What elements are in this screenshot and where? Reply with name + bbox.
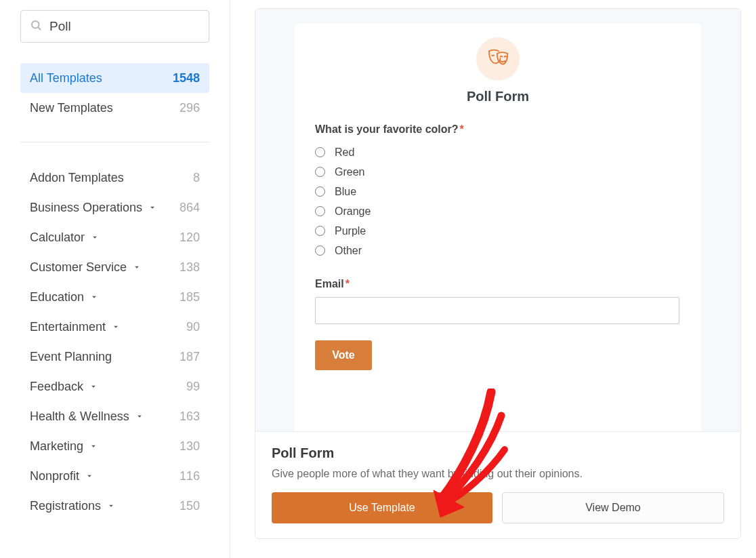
sidebar-category-item[interactable]: Entertainment90 xyxy=(20,312,209,342)
theater-masks-icon xyxy=(485,45,511,73)
sidebar-item-label: Nonprofit xyxy=(30,469,79,483)
sidebar-item-count: 116 xyxy=(180,469,200,483)
sidebar-category-item[interactable]: Feedback99 xyxy=(20,372,209,401)
sidebar-item-label: Feedback xyxy=(30,380,83,394)
sidebar-item-label: Health & Wellness xyxy=(30,410,129,424)
sidebar-category-item[interactable]: Registrations150 xyxy=(20,491,209,521)
chevron-down-icon xyxy=(90,233,100,242)
option-label: Purple xyxy=(335,225,366,237)
sidebar-item-count: 1548 xyxy=(173,71,200,85)
sidebar-top-item[interactable]: New Templates296 xyxy=(20,93,209,123)
sidebar-item-count: 8 xyxy=(193,171,200,185)
chevron-down-icon xyxy=(135,412,144,421)
sidebar-item-count: 296 xyxy=(180,101,200,115)
email-field[interactable] xyxy=(315,297,679,324)
sidebar-category-list: Addon Templates8Business Operations864Ca… xyxy=(20,163,209,521)
footer-buttons: Use Template View Demo xyxy=(272,492,724,523)
sidebar-item-label: Education xyxy=(30,290,84,304)
sidebar: All Templates1548New Templates296 Addon … xyxy=(0,0,230,558)
sidebar-category-item[interactable]: Marketing130 xyxy=(20,431,209,461)
chevron-down-icon xyxy=(89,382,98,391)
option-row[interactable]: Red xyxy=(315,142,681,162)
option-radio[interactable] xyxy=(315,147,325,157)
search-icon xyxy=(30,19,42,34)
sidebar-item-count: 120 xyxy=(180,231,200,245)
sidebar-category-item[interactable]: Event Planning187 xyxy=(20,342,209,372)
sidebar-category-item[interactable]: Addon Templates8 xyxy=(20,163,209,193)
footer-title: Poll Form xyxy=(272,445,724,461)
chevron-down-icon xyxy=(111,322,121,332)
vote-button[interactable]: Vote xyxy=(315,340,372,370)
sidebar-divider xyxy=(20,142,209,142)
option-radio[interactable] xyxy=(315,226,325,236)
sidebar-category-item[interactable]: Health & Wellness163 xyxy=(20,401,209,431)
sidebar-top-list: All Templates1548New Templates296 xyxy=(20,63,209,123)
chevron-down-icon xyxy=(106,501,116,511)
sidebar-category-item[interactable]: Calculator120 xyxy=(20,222,209,252)
form-panel: Poll Form What is your favorite color?* … xyxy=(295,24,701,431)
sidebar-category-item[interactable]: Customer Service138 xyxy=(20,252,209,282)
sidebar-category-item[interactable]: Education185 xyxy=(20,282,209,312)
required-asterisk: * xyxy=(460,123,464,135)
sidebar-item-label: New Templates xyxy=(30,101,113,115)
sidebar-item-count: 187 xyxy=(180,350,200,364)
option-label: Red xyxy=(335,146,354,159)
sidebar-item-count: 864 xyxy=(180,201,200,215)
sidebar-top-item[interactable]: All Templates1548 xyxy=(20,63,209,93)
sidebar-item-label: Calculator xyxy=(30,231,85,245)
sidebar-item-label: Marketing xyxy=(30,439,83,454)
option-row[interactable]: Orange xyxy=(315,201,681,221)
chevron-down-icon xyxy=(89,292,99,302)
sidebar-item-label: Customer Service xyxy=(30,260,127,275)
sidebar-item-count: 138 xyxy=(180,260,200,275)
form-title: Poll Form xyxy=(315,89,681,104)
sidebar-item-label: Business Operations xyxy=(30,201,142,215)
sidebar-item-label: Registrations xyxy=(30,499,101,513)
sidebar-item-label: Event Planning xyxy=(30,350,112,364)
sidebar-item-label: Entertainment xyxy=(30,320,106,334)
chevron-down-icon xyxy=(85,471,94,481)
option-row[interactable]: Blue xyxy=(315,182,681,201)
footer-description: Give people more of what they want by fi… xyxy=(272,468,724,480)
sidebar-item-count: 130 xyxy=(180,439,200,454)
option-label: Other xyxy=(335,245,362,257)
search-input[interactable] xyxy=(20,10,209,43)
chevron-down-icon xyxy=(148,203,157,212)
option-radio[interactable] xyxy=(315,167,325,177)
option-label: Orange xyxy=(335,205,371,218)
svg-line-1 xyxy=(38,27,41,30)
question-text: What is your favorite color? xyxy=(315,123,459,135)
chevron-down-icon xyxy=(132,262,142,272)
card-footer: Poll Form Give people more of what they … xyxy=(255,431,740,538)
search-wrap xyxy=(20,10,209,43)
form-icon-circle xyxy=(476,37,520,81)
option-row[interactable]: Purple xyxy=(315,221,681,241)
sidebar-category-item[interactable]: Business Operations864 xyxy=(20,193,209,222)
option-label: Green xyxy=(335,166,364,178)
main: Poll Form What is your favorite color?* … xyxy=(230,0,756,558)
use-template-button[interactable]: Use Template xyxy=(272,492,492,523)
email-label-text: Email xyxy=(315,278,344,290)
options-list: RedGreenBlueOrangePurpleOther xyxy=(315,142,681,260)
option-label: Blue xyxy=(335,186,356,198)
sidebar-item-label: All Templates xyxy=(30,71,102,85)
option-row[interactable]: Other xyxy=(315,241,681,260)
sidebar-item-label: Addon Templates xyxy=(30,171,124,185)
template-preview: Poll Form What is your favorite color?* … xyxy=(255,9,740,431)
option-row[interactable]: Green xyxy=(315,162,681,182)
option-radio[interactable] xyxy=(315,245,325,256)
view-demo-button[interactable]: View Demo xyxy=(502,492,724,523)
sidebar-item-count: 163 xyxy=(180,410,200,424)
question-label: What is your favorite color?* xyxy=(315,123,681,136)
chevron-down-icon xyxy=(89,441,98,451)
sidebar-item-count: 150 xyxy=(180,499,200,513)
template-card: Poll Form What is your favorite color?* … xyxy=(255,8,741,539)
option-radio[interactable] xyxy=(315,186,325,197)
sidebar-item-count: 99 xyxy=(186,380,200,394)
email-label: Email* xyxy=(315,278,681,290)
sidebar-category-item[interactable]: Nonprofit116 xyxy=(20,461,209,491)
sidebar-item-count: 185 xyxy=(180,290,200,304)
required-asterisk: * xyxy=(345,278,350,290)
option-radio[interactable] xyxy=(315,206,325,216)
sidebar-item-count: 90 xyxy=(186,320,200,334)
